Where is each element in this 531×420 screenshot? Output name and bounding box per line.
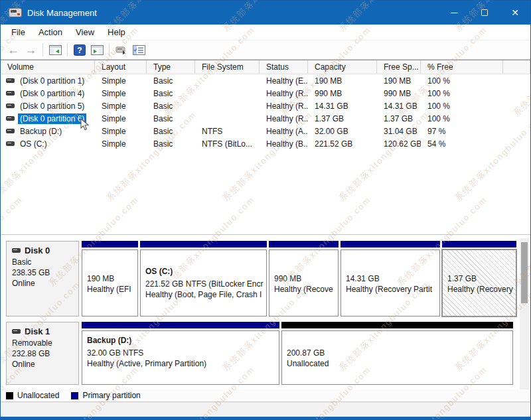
partition-label: OS (C:) — [145, 267, 262, 276]
partition-size: 200.87 GB — [287, 348, 508, 358]
table-cell: NTFS (BitLo... — [195, 139, 260, 149]
partition-status: Healthy (Recovery — [447, 285, 511, 294]
partition-status: Healthy (EFI — [87, 285, 133, 294]
partition-body[interactable]: Backup (D:)32.00 GB NTFSHealthy (Active,… — [82, 330, 279, 385]
table-row[interactable]: OS (C:)SimpleBasicNTFS (BitLo...Healthy … — [1, 137, 530, 150]
toolbar-separator — [109, 43, 110, 56]
volume-name[interactable]: (Disk 0 partition 6) — [18, 113, 86, 124]
table-cell: NTFS — [195, 127, 260, 136]
checklist-icon[interactable] — [131, 42, 147, 57]
menu-action[interactable]: Action — [32, 26, 69, 38]
disk-info-panel[interactable]: Disk 0Basic238.35 GBOnline — [6, 241, 79, 316]
table-cell: Simple — [95, 76, 147, 86]
partition-body[interactable]: OS (C:)221.52 GB NTFS (BitLocker EncrHea… — [140, 249, 267, 316]
column-header-Type[interactable]: Type — [147, 60, 195, 74]
volume-name[interactable]: (Disk 0 partition 5) — [18, 101, 86, 111]
column-header-Volume[interactable]: Volume — [1, 60, 95, 74]
partition-strip: Backup (D:)32.00 GB NTFSHealthy (Active,… — [82, 322, 513, 385]
table-cell: Basic — [147, 127, 195, 136]
close-button[interactable]: ✕ — [500, 1, 530, 25]
partition-size: 1.37 GB — [447, 274, 511, 283]
disk-drive-icon — [9, 8, 22, 17]
vertical-scrollbar[interactable] — [520, 238, 529, 389]
volume-name[interactable]: OS (C:) — [18, 139, 49, 149]
partition-body[interactable]: 990 MBHealthy (Recove — [269, 249, 339, 316]
column-header-Capacity[interactable]: Capacity — [308, 60, 377, 74]
disk-icon — [12, 248, 21, 253]
partition-block[interactable]: 990 MBHealthy (Recove — [269, 241, 339, 316]
table-row[interactable]: Backup (D:)SimpleBasicNTFSHealthy (A...3… — [1, 125, 530, 137]
menu-help[interactable]: Help — [101, 26, 132, 38]
table-cell: 100 % — [421, 114, 503, 123]
column-header-Status[interactable]: Status — [260, 60, 308, 74]
table-cell: 120.62 GB — [377, 139, 421, 149]
menu-file[interactable]: File — [5, 26, 32, 38]
column-header-Layout[interactable]: Layout — [95, 60, 147, 74]
partition-block[interactable]: 1.37 GBHealthy (Recovery — [442, 241, 516, 316]
minimize-button[interactable] — [439, 1, 469, 25]
table-cell: Healthy (R... — [260, 102, 308, 111]
pointer-menu-icon[interactable] — [114, 42, 129, 57]
table-row[interactable]: (Disk 0 partition 6)SimpleBasicHealthy (… — [1, 112, 530, 125]
volume-cell[interactable]: OS (C:) — [1, 139, 95, 149]
partition-type-bar — [82, 322, 279, 328]
column-header-% Free[interactable]: % Free — [421, 60, 503, 74]
legend-label: Primary partition — [82, 391, 140, 400]
disk-detail: Online — [12, 360, 73, 369]
partition-body[interactable]: 200.87 GBUnallocated — [281, 330, 513, 385]
partition-block[interactable]: 190 MBHealthy (EFI — [82, 241, 138, 316]
forward-icon[interactable]: → — [23, 42, 38, 57]
menu-view[interactable]: View — [69, 26, 101, 38]
legend-item: Unallocated — [6, 391, 59, 400]
window-title: Disk Management — [27, 8, 97, 18]
partition-label: Backup (D:) — [87, 336, 274, 345]
back-icon[interactable]: ← — [5, 42, 21, 57]
table-cell: Simple — [95, 139, 147, 149]
disk-detail: Removable — [12, 338, 73, 348]
partition-size: 32.00 GB NTFS — [87, 348, 274, 358]
action-pane-icon[interactable] — [89, 42, 105, 57]
disk-graph-pane: Disk 0Basic238.35 GBOnline190 MBHealthy … — [1, 238, 530, 389]
help-icon[interactable]: ? — [72, 42, 88, 57]
partition-block[interactable]: OS (C:)221.52 GB NTFS (BitLocker EncrHea… — [140, 241, 267, 316]
table-cell: 1.37 GB — [308, 114, 377, 123]
maximize-button[interactable] — [469, 1, 500, 25]
disk-detail: 238.35 GB — [12, 268, 73, 277]
console-tree-icon[interactable] — [47, 42, 63, 57]
partition-block[interactable]: 14.31 GBHealthy (Recovery Partit — [341, 241, 440, 316]
table-cell: 221.52 GB — [308, 139, 377, 149]
volume-cell[interactable]: Backup (D:) — [1, 126, 95, 137]
volume-cell[interactable]: (Disk 0 partition 5) — [1, 101, 95, 111]
partition-body[interactable]: 1.37 GBHealthy (Recovery — [442, 249, 516, 316]
partition-type-bar — [140, 241, 267, 247]
volume-name[interactable]: (Disk 0 partition 1) — [18, 76, 86, 86]
toolbar-separator — [67, 43, 68, 56]
volume-cell[interactable]: (Disk 0 partition 6) — [1, 113, 95, 124]
column-header-filler[interactable] — [503, 60, 530, 74]
partition-body[interactable]: 190 MBHealthy (EFI — [82, 249, 138, 316]
table-row[interactable]: (Disk 0 partition 1)SimpleBasicHealthy (… — [1, 74, 530, 87]
table-cell: 190 MB — [308, 76, 377, 86]
table-row[interactable]: (Disk 0 partition 4)SimpleBasicHealthy (… — [1, 87, 530, 100]
unallocated-region[interactable]: 200.87 GBUnallocated — [281, 322, 513, 385]
volume-cell[interactable]: (Disk 0 partition 4) — [1, 88, 95, 99]
table-cell: Simple — [95, 114, 147, 123]
volume-name[interactable]: (Disk 0 partition 4) — [18, 88, 86, 99]
column-header-File System[interactable]: File System — [195, 60, 260, 74]
partition-strip: 190 MBHealthy (EFIOS (C:)221.52 GB NTFS … — [82, 241, 516, 316]
disk-detail: 232.88 GB — [12, 349, 73, 358]
column-header-Free Sp...[interactable]: Free Sp... — [377, 60, 421, 74]
volume-name[interactable]: Backup (D:) — [18, 126, 64, 137]
disk-info-panel[interactable]: Disk 1Removable232.88 GBOnline — [6, 322, 79, 385]
disk-icon — [12, 329, 21, 334]
scrollbar-thumb[interactable] — [521, 242, 528, 303]
partition-size: 221.52 GB NTFS (BitLocker Encr — [145, 279, 262, 289]
table-row[interactable]: (Disk 0 partition 5)SimpleBasicHealthy (… — [1, 100, 530, 112]
partition-block[interactable]: Backup (D:)32.00 GB NTFSHealthy (Active,… — [82, 322, 279, 385]
disk-row-disk-0: Disk 0Basic238.35 GBOnline190 MBHealthy … — [6, 241, 516, 316]
disk-detail: Online — [12, 279, 73, 288]
table-cell: 32.00 GB — [308, 127, 377, 136]
partition-status: Healthy (Active, Primary Partition) — [87, 359, 274, 368]
volume-cell[interactable]: (Disk 0 partition 1) — [1, 76, 95, 86]
partition-body[interactable]: 14.31 GBHealthy (Recovery Partit — [341, 249, 440, 316]
